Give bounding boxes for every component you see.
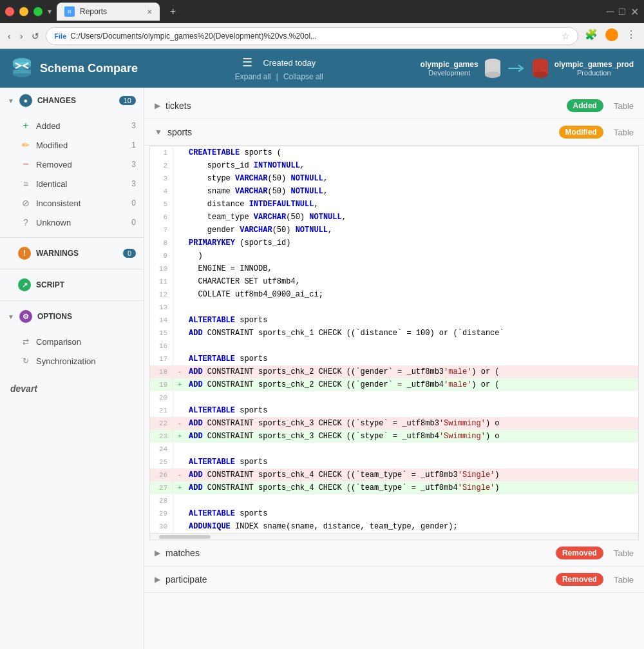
browser-tab[interactable]: R Reports ✕ [57,3,160,21]
app-container: Schema Compare ☰ Created today Expand al… [0,49,644,649]
code-line-10: 10 ENGINE = INNODB, [150,262,638,275]
code-line-25: 25 ALTER TABLE sports [150,456,638,469]
app-title: Schema Compare [40,62,138,75]
code-line-5: 5 distance INT DEFAULT NULL, [150,198,638,211]
code-line-24: 24 [150,443,638,456]
back-button[interactable]: ‹ [5,28,14,44]
warnings-icon: ! [18,247,31,260]
address-text: C:/Users/Documents/olympic_games%20(Deve… [70,32,558,41]
changes-count: 10 [119,96,136,105]
bookmark-icon[interactable]: ☆ [562,31,570,41]
header-menu-button[interactable]: ☰ [242,55,252,70]
db-compare-section: olympic_games Development olympic_g [421,57,634,79]
code-line-1: 1 CREATE TABLE sports ( [150,146,638,159]
modified-icon: ✏ [21,140,31,150]
sidebar-item-removed[interactable]: − Removed 3 [0,155,144,174]
code-line-14: 14 ALTER TABLE sports [150,314,638,327]
sports-status-badge: Modified [559,126,603,139]
code-line-26: 26 - ADD CONSTRAINT sports_chk_4 CHECK (… [150,469,638,481]
code-horizontal-scrollbar[interactable] [150,533,638,539]
app-logo: Schema Compare [10,57,138,80]
options-chevron: ▼ [8,313,14,320]
devart-logo: devart [0,373,144,404]
compare-arrow-icon [507,62,526,75]
table-header-sports[interactable]: ▼ sports Modified Table [144,119,644,146]
sidebar-item-modified[interactable]: ✏ Modified 1 [0,135,144,155]
expand-all-button[interactable]: Expand all [235,72,271,81]
window-close-btn2[interactable]: ✕ [630,6,639,18]
profile-avatar[interactable] [605,28,618,41]
code-line-2: 2 sports_id INT NOT NULL, [150,159,638,172]
main-panel[interactable]: ▶ tickets Added Table ▼ sports Modified … [144,88,644,649]
devart-label: devart [10,383,37,394]
browser-window: ▾ R Reports ✕ + ─ □ ✕ ‹ › ↺ File C:/User… [0,0,644,49]
forward-button[interactable]: › [17,28,26,44]
target-db-name: olympic_games_prod [554,60,634,69]
options-icon: ⚙ [19,310,32,323]
schema-compare-logo-icon [10,57,33,80]
sports-code-panel: 1 CREATE TABLE sports ( 2 sports_id INT … [149,146,639,540]
changes-section: ▼ ● CHANGES 10 + Added 3 ✏ Modified 1 [0,88,144,235]
inconsistent-count: 0 [131,199,136,208]
refresh-button[interactable]: ↺ [29,28,42,44]
warnings-label: WARNINGS [36,249,79,258]
collapse-all-button[interactable]: Collapse all [283,72,323,81]
code-line-15: 15 ADD CONSTRAINT sports_chk_1 CHECK ((`… [150,327,638,340]
created-label: Created today [263,58,316,68]
identical-count: 3 [131,179,136,188]
window-maximize-button[interactable] [33,7,43,16]
code-line-17: 17 ALTER TABLE sports [150,353,638,365]
changes-subitems: + Added 3 ✏ Modified 1 − Removed 3 [0,113,144,235]
matches-chevron-icon: ▶ [155,548,160,557]
window-minimize-button[interactable] [19,7,28,16]
sidebar-item-synchronization[interactable]: ↻ Synchronization [0,351,144,371]
sidebar-item-unknown[interactable]: ? Unknown 0 [0,213,144,232]
identical-label: Identical [36,179,126,189]
script-header[interactable]: ▶ ↗ SCRIPT [0,272,144,298]
window-restore-btn[interactable]: □ [619,6,625,17]
new-tab-button[interactable]: + [165,6,181,17]
added-label: Added [36,121,126,131]
sidebar-item-inconsistent[interactable]: ⊘ Inconsistent 0 [0,193,144,213]
sports-table-type: Table [614,128,634,137]
extensions-icon[interactable]: 🧩 [582,26,600,46]
profile-icon[interactable] [603,26,621,46]
warnings-header[interactable]: ▶ ! WARNINGS 0 [0,240,144,266]
recent-tabs-button[interactable]: ▾ [48,7,52,16]
script-label: SCRIPT [36,280,64,289]
sidebar-item-added[interactable]: + Added 3 [0,116,144,135]
window-close-button[interactable] [5,7,14,16]
comparison-label: Comparison [36,337,136,347]
address-bar[interactable]: File C:/Users/Documents/olympic_games%20… [46,27,578,45]
script-section: ▶ ↗ SCRIPT [0,272,144,298]
changes-header[interactable]: ▼ ● CHANGES 10 [0,88,144,113]
inconsistent-label: Inconsistent [36,199,126,208]
source-db-name: olympic_games [421,60,478,69]
nav-icons: 🧩 ⋮ [582,26,639,46]
header-top-row: ☰ Created today [242,55,316,70]
code-line-29: 29 ALTER TABLE sports [150,507,638,520]
tab-close-button[interactable]: ✕ [147,8,152,15]
table-header-participate[interactable]: ▶ participate Removed Table [144,567,644,593]
sidebar-item-comparison[interactable]: ⇄ Comparison [0,332,144,351]
sports-chevron-icon: ▼ [155,128,162,137]
code-line-18: 18 - ADD CONSTRAINT sports_chk_2 CHECK (… [150,365,638,378]
table-header-matches[interactable]: ▶ matches Removed Table [144,540,644,567]
code-line-30: 30 ADD UNIQUE INDEX sname(sname, distanc… [150,520,638,533]
scrollbar-thumb[interactable] [159,535,211,539]
options-section: ▼ ⚙ OPTIONS ⇄ Comparison ↻ Synchronizati… [0,304,144,373]
table-section-sports: ▼ sports Modified Table 1 CREATE TABLE s… [144,119,644,540]
unknown-count: 0 [131,218,136,227]
sidebar-item-identical[interactable]: ≡ Identical 3 [0,174,144,193]
options-header[interactable]: ▼ ⚙ OPTIONS [0,304,144,329]
unknown-icon: ? [21,217,31,228]
table-header-tickets[interactable]: ▶ tickets Added Table [144,93,644,119]
code-line-12: 12 COLLATE utf8mb4_0900_ai_ci; [150,288,638,301]
modified-label: Modified [36,140,126,150]
code-line-28: 28 [150,494,638,507]
svg-point-7 [485,72,500,78]
sidebar-divider-3 [0,300,144,301]
menu-icon[interactable]: ⋮ [623,26,639,46]
window-minimize-btn2[interactable]: ─ [607,6,614,17]
code-line-27: 27 + ADD CONSTRAINT sports_chk_4 CHECK (… [150,481,638,494]
